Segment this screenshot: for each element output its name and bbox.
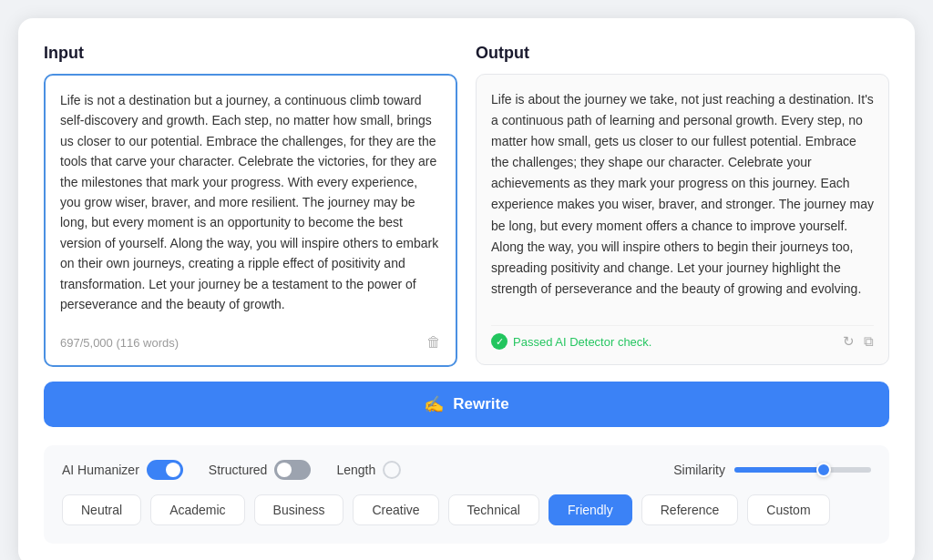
ai-humanizer-label: AI Humanizer	[62, 463, 139, 477]
output-box: Life is about the journey we take, not j…	[476, 74, 889, 365]
ai-check-label: Passed AI Detector check.	[513, 335, 651, 349]
refresh-icon[interactable]: ↻	[843, 333, 855, 350]
style-tag-custom[interactable]: Custom	[747, 494, 829, 525]
style-tag-neutral[interactable]: Neutral	[62, 494, 141, 525]
output-footer: ✓ Passed AI Detector check. ↻ ⧉	[491, 325, 874, 350]
structured-toggle[interactable]	[274, 460, 311, 480]
input-footer: 697/5,000 (116 words) 🗑	[60, 334, 441, 351]
style-tag-technical[interactable]: Technical	[448, 494, 539, 525]
rewrite-icon: ✍️	[424, 394, 444, 414]
columns-layout: Input 697/5,000 (116 words) 🗑 Output Lif…	[44, 44, 889, 367]
settings-bar: AI Humanizer Structured Length Similarit…	[44, 445, 889, 544]
ai-humanizer-toggle[interactable]	[147, 460, 183, 480]
output-text: Life is about the journey we take, not j…	[491, 89, 874, 314]
rewrite-button[interactable]: ✍️ Rewrite	[44, 382, 889, 427]
word-count: 697/5,000 (116 words)	[60, 336, 179, 350]
input-box: 697/5,000 (116 words) 🗑	[44, 74, 457, 367]
output-column: Output Life is about the journey we take…	[476, 44, 889, 367]
output-label: Output	[476, 44, 889, 63]
style-tag-reference[interactable]: Reference	[641, 494, 739, 525]
ai-humanizer-toggle-item: AI Humanizer	[62, 460, 183, 480]
ai-check-status: ✓ Passed AI Detector check.	[491, 333, 651, 350]
input-textarea[interactable]	[60, 90, 441, 327]
copy-icon[interactable]: ⧉	[864, 333, 874, 350]
length-label: Length	[336, 463, 375, 477]
style-tag-friendly[interactable]: Friendly	[549, 494, 632, 525]
main-container: Input 697/5,000 (116 words) 🗑 Output Lif…	[18, 18, 915, 560]
style-tag-academic[interactable]: Academic	[150, 494, 244, 525]
length-item: Length	[336, 461, 401, 479]
input-label: Input	[44, 44, 457, 63]
output-action-icons: ↻ ⧉	[843, 333, 874, 350]
toggles-row: AI Humanizer Structured Length Similarit…	[62, 460, 871, 480]
similarity-label: Similarity	[673, 463, 725, 477]
structured-label: Structured	[209, 463, 268, 477]
rewrite-button-label: Rewrite	[453, 395, 508, 413]
similarity-slider[interactable]	[734, 467, 871, 473]
style-tag-business[interactable]: Business	[254, 494, 344, 525]
check-circle-icon: ✓	[491, 333, 508, 350]
similarity-thumb	[816, 463, 831, 477]
trash-icon[interactable]: 🗑	[426, 334, 441, 351]
length-circle-icon[interactable]	[383, 461, 401, 479]
style-tag-creative[interactable]: Creative	[353, 494, 438, 525]
similarity-item: Similarity	[673, 463, 871, 477]
input-column: Input 697/5,000 (116 words) 🗑	[44, 44, 457, 367]
structured-toggle-item: Structured	[209, 460, 312, 480]
style-tags-row: NeutralAcademicBusinessCreativeTechnical…	[62, 494, 871, 525]
